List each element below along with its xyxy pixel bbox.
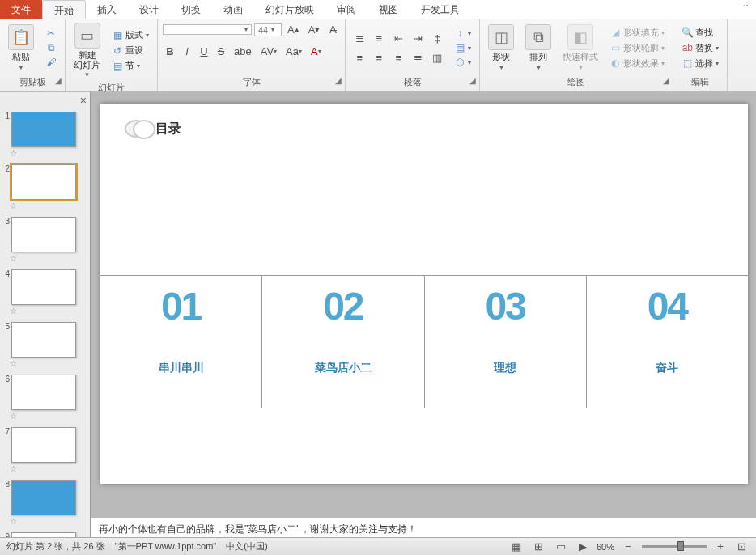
- notes-pane[interactable]: 再小的个体也有自己的品牌，我是"菜鸟店小二"，谢谢大家的关注与支持！: [91, 515, 756, 537]
- tab-design[interactable]: 设计: [128, 0, 170, 19]
- columns-button[interactable]: ▥: [428, 49, 446, 66]
- slide-title[interactable]: 目录: [155, 121, 181, 138]
- new-slide-button[interactable]: ▭ 新建 幻灯片 ▼: [70, 21, 104, 80]
- section-button[interactable]: ▤节▾: [108, 59, 152, 73]
- format-painter-button[interactable]: 🖌: [42, 56, 60, 69]
- dialog-launcher-icon[interactable]: ◢: [55, 76, 62, 85]
- fit-button[interactable]: ⊡: [734, 538, 750, 555]
- justify-button[interactable]: ≣: [409, 49, 427, 66]
- align-center-button[interactable]: ≡: [370, 49, 388, 66]
- decrease-indent-button[interactable]: ⇤: [389, 29, 407, 47]
- sorter-view-button[interactable]: ⊞: [531, 538, 546, 555]
- font-family-combo[interactable]: ▾: [163, 24, 252, 35]
- tab-transitions[interactable]: 切换: [170, 0, 212, 19]
- change-case-button[interactable]: Aa▾: [282, 43, 305, 60]
- align-text-button[interactable]: ▤▾: [451, 41, 474, 54]
- thumbnail-preview[interactable]: [11, 269, 76, 305]
- select-button[interactable]: ⬚选择▾: [678, 57, 722, 70]
- animation-indicator-icon[interactable]: ☆: [10, 464, 90, 473]
- thumbnail-item[interactable]: 6: [0, 371, 90, 412]
- dialog-launcher-icon[interactable]: ◢: [335, 76, 342, 85]
- char-spacing-button[interactable]: AV▾: [257, 43, 280, 60]
- cut-button[interactable]: ✂: [42, 27, 60, 40]
- thumbnail-panel[interactable]: × 1☆2☆3☆4☆5☆6☆7☆8☆9☆: [0, 92, 91, 537]
- paste-button[interactable]: 📋 粘贴 ▼: [5, 23, 37, 72]
- tab-animations[interactable]: 动画: [212, 0, 254, 19]
- increase-indent-button[interactable]: ⇥: [409, 29, 427, 47]
- thumbnail-preview[interactable]: [11, 322, 76, 358]
- align-right-button[interactable]: ≡: [389, 49, 407, 66]
- animation-indicator-icon[interactable]: ☆: [10, 412, 90, 421]
- animation-indicator-icon[interactable]: ☆: [10, 517, 90, 526]
- zoom-in-button[interactable]: +: [713, 538, 728, 555]
- thumbnail-item[interactable]: 3: [0, 214, 90, 254]
- toc-section[interactable]: 01串川串川: [100, 276, 262, 408]
- zoom-out-button[interactable]: −: [621, 538, 635, 555]
- copy-button[interactable]: ⧉: [42, 41, 60, 54]
- canvas-area[interactable]: 目录 01串川串川02菜鸟店小二03理想04奋斗: [91, 92, 756, 515]
- shape-fill-button[interactable]: ◢形状填充▾: [606, 26, 668, 40]
- align-left-button[interactable]: ≡: [350, 49, 368, 66]
- line-spacing-button[interactable]: ‡: [428, 29, 446, 47]
- font-size-combo[interactable]: 44▾: [254, 23, 282, 36]
- tab-view[interactable]: 视图: [367, 0, 410, 19]
- arrange-button[interactable]: ⧉排列▼: [522, 23, 554, 72]
- replace-button[interactable]: ab替换▾: [678, 41, 722, 55]
- bold-button[interactable]: B: [163, 43, 177, 60]
- grow-font-button[interactable]: A▴: [284, 21, 303, 38]
- shrink-font-button[interactable]: A▾: [305, 21, 324, 38]
- thumbnail-item[interactable]: 9: [0, 529, 90, 537]
- slideshow-view-button[interactable]: ▶: [575, 538, 590, 555]
- normal-view-button[interactable]: ▦: [508, 538, 525, 555]
- animation-indicator-icon[interactable]: ☆: [10, 254, 90, 263]
- reset-button[interactable]: ↺重设: [108, 44, 152, 57]
- tab-file[interactable]: 文件: [0, 0, 42, 19]
- find-button[interactable]: 🔍查找: [678, 26, 722, 40]
- italic-button[interactable]: I: [180, 43, 194, 60]
- thumbnail-item[interactable]: 2: [0, 161, 90, 201]
- layout-button[interactable]: ▦版式▾: [108, 28, 152, 42]
- smartart-button[interactable]: ⬡▾: [451, 56, 474, 69]
- toc-section[interactable]: 03理想: [425, 276, 587, 408]
- thumbnail-preview[interactable]: [11, 375, 76, 410]
- tab-review[interactable]: 审阅: [325, 0, 367, 19]
- thumbnail-item[interactable]: 7: [0, 424, 90, 464]
- tab-slideshow[interactable]: 幻灯片放映: [254, 0, 325, 19]
- underline-button[interactable]: U: [197, 43, 211, 60]
- tab-home[interactable]: 开始: [42, 0, 86, 19]
- shadow-button[interactable]: abe: [231, 43, 255, 60]
- font-color-button[interactable]: A▾: [308, 43, 325, 60]
- thumbnail-preview[interactable]: [11, 480, 76, 515]
- clear-format-button[interactable]: A̶: [325, 21, 340, 38]
- zoom-level[interactable]: 60%: [597, 542, 614, 552]
- tab-developer[interactable]: 开发工具: [410, 0, 471, 19]
- tab-insert[interactable]: 插入: [86, 0, 128, 19]
- thumbnail-item[interactable]: 5: [0, 319, 90, 359]
- animation-indicator-icon[interactable]: ☆: [10, 201, 90, 210]
- thumbnail-item[interactable]: 4: [0, 266, 90, 307]
- language-indicator[interactable]: 中文(中国): [226, 540, 267, 553]
- text-direction-button[interactable]: ↕▾: [451, 27, 474, 40]
- bullets-button[interactable]: ≣: [350, 29, 368, 47]
- reading-view-button[interactable]: ▭: [553, 538, 569, 555]
- thumbnail-preview[interactable]: [11, 112, 76, 147]
- quick-styles-button[interactable]: ◧快速样式▼: [559, 23, 601, 72]
- dialog-launcher-icon[interactable]: ◢: [663, 76, 669, 85]
- thumbnail-preview[interactable]: [11, 164, 76, 200]
- numbering-button[interactable]: ≡: [370, 29, 388, 47]
- zoom-slider[interactable]: [642, 545, 707, 548]
- thumbnail-item[interactable]: 8: [0, 477, 90, 517]
- shapes-button[interactable]: ◫形状▼: [485, 23, 517, 72]
- zoom-thumb[interactable]: [677, 541, 684, 551]
- strike-button[interactable]: S: [214, 43, 228, 60]
- thumbnail-preview[interactable]: [11, 532, 76, 537]
- ribbon-minimize-icon[interactable]: ˇ: [741, 3, 751, 16]
- animation-indicator-icon[interactable]: ☆: [10, 149, 90, 158]
- slide-canvas[interactable]: 目录 01串川串川02菜鸟店小二03理想04奋斗: [100, 104, 748, 484]
- thumbnail-preview[interactable]: [11, 217, 76, 252]
- thumbnail-preview[interactable]: [11, 427, 76, 463]
- thumbnail-item[interactable]: 1: [0, 108, 90, 149]
- shape-effects-button[interactable]: ◐形状效果▾: [606, 57, 668, 70]
- shape-outline-button[interactable]: ▭形状轮廓▾: [606, 41, 668, 55]
- toc-section[interactable]: 04奋斗: [587, 276, 748, 408]
